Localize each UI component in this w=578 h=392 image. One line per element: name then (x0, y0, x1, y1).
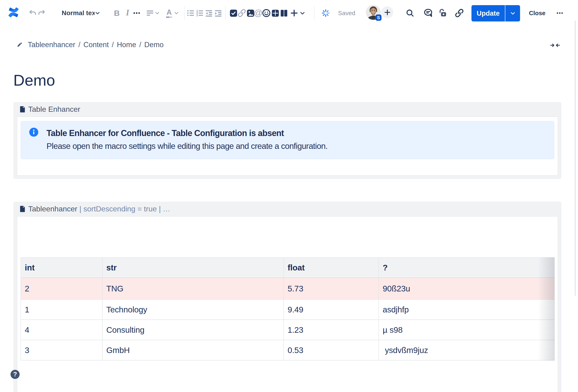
table-cell: 0.53 (284, 340, 379, 360)
table-cell: 1.23 (284, 320, 379, 340)
table-cell: ysdvßm9juz (379, 340, 555, 360)
column-header-question[interactable]: ? (379, 258, 555, 278)
alignment-button[interactable] (145, 6, 155, 20)
table-row: 4 Consulting 1.23 µ s98 (21, 320, 555, 340)
color-label: A (167, 9, 172, 16)
italic-label: I (126, 8, 129, 17)
columns-icon (280, 9, 288, 17)
align-left-icon (145, 9, 154, 17)
outdent-button[interactable] (204, 8, 213, 18)
breadcrumb-separator: / (112, 40, 114, 49)
table-cell: 2 (21, 278, 102, 299)
breadcrumb: Tableenhancer / Content / Home / Demo (17, 39, 164, 50)
insert-chevron-button[interactable] (299, 10, 306, 16)
table-row: 2 TNG 5.73 90ß23u (21, 278, 555, 299)
table-cell: TNG (102, 278, 284, 299)
insert-plus-button[interactable] (289, 8, 299, 18)
task-checkbox-icon (229, 9, 238, 17)
more-actions-button[interactable] (555, 6, 565, 20)
page-scrollbar[interactable] (575, 21, 576, 296)
text-color-chevron[interactable] (173, 6, 179, 20)
macro-header[interactable]: Table Enhancer (13, 102, 561, 117)
data-table[interactable]: int str float ? 2 TNG 5.73 90ß23u 1 Tech… (21, 257, 555, 360)
collapse-width-button[interactable] (550, 41, 560, 49)
emoji-button[interactable] (262, 9, 271, 17)
confluence-logo[interactable] (8, 7, 19, 17)
chevron-down-icon (174, 10, 179, 16)
breadcrumb-item-space[interactable]: Tableenhancer (28, 40, 75, 49)
mention-button[interactable]: @ (253, 6, 263, 20)
bold-button[interactable]: B (112, 6, 121, 20)
chevron-down-icon (510, 10, 516, 16)
outdent-icon (204, 9, 213, 17)
macro-name: Table Enhancer (28, 105, 80, 114)
saving-spinner-icon (322, 9, 330, 17)
more-formatting-button[interactable] (131, 6, 142, 20)
page-title[interactable]: Demo (13, 71, 55, 89)
table-icon (271, 9, 279, 17)
info-panel: Table Enhancer for Confluence - Table Co… (21, 121, 554, 159)
search-button[interactable] (405, 8, 415, 18)
layouts-button[interactable] (279, 9, 288, 17)
table-cell: 9.49 (284, 299, 379, 320)
editor-toolbar: Normal text B I A 123 @ (0, 0, 578, 26)
confluence-logo-icon (8, 7, 19, 17)
close-button[interactable]: Close (529, 0, 545, 26)
breadcrumb-item-demo[interactable]: Demo (144, 40, 164, 49)
undo-button[interactable] (29, 9, 37, 17)
redo-button[interactable] (37, 9, 46, 17)
macro-table-enhancer[interactable]: Table Enhancer Table Enhancer for Conflu… (13, 102, 561, 179)
indent-button[interactable] (214, 8, 223, 18)
column-header-int[interactable]: int (21, 258, 102, 278)
table-cell: GmbH (102, 340, 284, 360)
insert-link-button[interactable] (237, 9, 246, 17)
toolbar-divider (184, 6, 185, 20)
color-bar-icon (166, 17, 172, 18)
document-icon (20, 106, 25, 113)
macro-header[interactable]: Tableenhancer | sortDescending = true | … (13, 202, 561, 216)
comments-button[interactable] (423, 8, 433, 18)
unlock-button[interactable] (438, 8, 448, 18)
chevron-down-icon (95, 10, 100, 16)
indent-icon (214, 9, 223, 17)
macro-params (77, 205, 79, 213)
spinner-icon (322, 9, 330, 17)
numbered-list-button[interactable]: 123 (195, 8, 204, 18)
table-button[interactable] (271, 9, 280, 17)
task-list-button[interactable] (229, 9, 238, 17)
macro-params-text: | sortDescending = true | … (79, 205, 170, 213)
bullet-list-button[interactable] (186, 8, 195, 18)
breadcrumb-separator: / (78, 40, 80, 49)
plus-icon (384, 8, 391, 16)
undo-icon (29, 9, 37, 17)
saved-label: Saved (338, 10, 355, 17)
unlock-icon (438, 8, 447, 17)
breadcrumb-item-home[interactable]: Home (117, 40, 136, 49)
update-split-button: Update (472, 5, 520, 21)
update-button[interactable]: Update (472, 5, 505, 21)
breadcrumb-separator: / (139, 40, 141, 49)
update-options-button[interactable] (505, 5, 520, 21)
mention-label: @ (254, 8, 263, 18)
text-style-dropdown[interactable]: Normal text (62, 7, 100, 19)
edit-pencil-icon (17, 42, 22, 48)
breadcrumb-item-content[interactable]: Content (83, 40, 109, 49)
column-header-float[interactable]: float (284, 258, 379, 278)
alignment-chevron[interactable] (154, 6, 160, 20)
italic-button[interactable]: I (123, 6, 132, 19)
table-row: 1 Technology 9.49 asdjhfp (21, 299, 555, 320)
page-icon (20, 206, 25, 212)
invite-button[interactable] (381, 6, 393, 18)
info-icon (29, 127, 39, 137)
text-color-button[interactable]: A (164, 6, 174, 20)
search-icon (406, 9, 414, 17)
column-header-str[interactable]: str (102, 258, 284, 278)
chevron-down-icon (299, 10, 306, 16)
info-panel-text: Please open the macro settings while edi… (47, 141, 328, 151)
text-style-label: Normal text (62, 9, 95, 17)
toolbar-divider (225, 6, 226, 20)
table-cell: Technology (102, 299, 284, 320)
macro-body: Table Enhancer for Confluence - Table Co… (17, 117, 558, 176)
copy-link-button[interactable] (454, 8, 464, 18)
help-button[interactable]: ? (10, 370, 20, 379)
